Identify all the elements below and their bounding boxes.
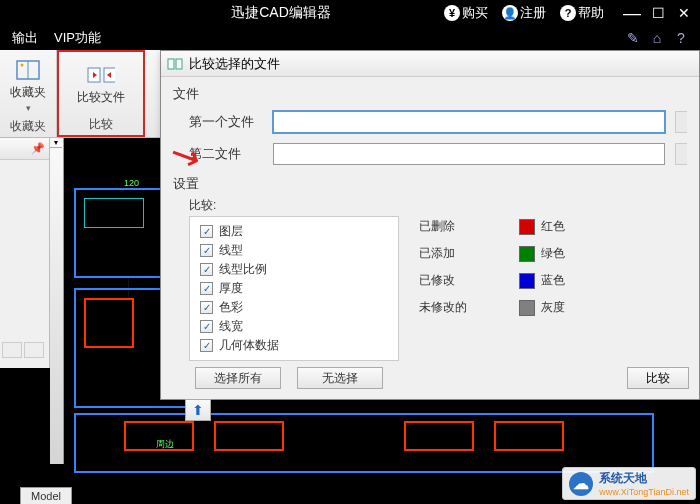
panel-pin[interactable]: 📌: [0, 138, 49, 160]
modified-color-select[interactable]: 蓝色: [519, 272, 565, 289]
panel-tab-2[interactable]: [24, 342, 44, 358]
ribbon-group-compare: 比较文件 比较: [57, 50, 145, 137]
chk-color[interactable]: ✓: [200, 301, 213, 314]
close-button[interactable]: ✕: [672, 3, 696, 23]
menu-output[interactable]: 输出: [4, 27, 46, 49]
deselect-button[interactable]: 无选择: [297, 367, 383, 389]
cad-lbl-3: 周边: [156, 438, 174, 451]
chk-linescale[interactable]: ✓: [200, 263, 213, 276]
compare-group-label: 比较: [89, 114, 113, 133]
yen-icon: ¥: [444, 5, 460, 21]
left-panel: 📌: [0, 138, 50, 368]
chk-linetype[interactable]: ✓: [200, 244, 213, 257]
user-icon: 👤: [502, 5, 518, 21]
unchanged-color-select[interactable]: 灰度: [519, 299, 565, 316]
titlebar: 迅捷CAD编辑器 ¥ 购买 👤 注册 ? 帮助 — ☐ ✕: [0, 0, 700, 26]
added-label: 已添加: [419, 245, 499, 262]
file2-label: 第二文件: [173, 145, 263, 163]
up-folder-button[interactable]: ⬆: [185, 399, 211, 421]
home-icon[interactable]: ⌂: [648, 29, 666, 47]
watermark: ☁ 系统天地 www.XiTongTianDi.net: [562, 467, 696, 500]
favorites-group-label: 收藏夹: [10, 116, 46, 135]
favorites-label: 收藏夹: [10, 84, 46, 101]
dialog-icon: [167, 56, 183, 72]
file1-input[interactable]: [273, 111, 665, 133]
left-ruler: ▾: [50, 138, 64, 464]
chk-thickness[interactable]: ✓: [200, 282, 213, 295]
app-title: 迅捷CAD编辑器: [124, 4, 438, 22]
menubar: 输出 VIP功能 ✎ ⌂ ?: [0, 26, 700, 50]
svg-rect-7: [168, 59, 174, 69]
favorites-icon: [14, 58, 42, 82]
panel-tab-1[interactable]: [2, 342, 22, 358]
svg-rect-8: [176, 59, 182, 69]
chk-geom[interactable]: ✓: [200, 339, 213, 352]
compare-label: 比较文件: [77, 89, 125, 106]
file2-browse-button[interactable]: [675, 143, 687, 165]
modified-label: 已修改: [419, 272, 499, 289]
help-button[interactable]: ? 帮助: [554, 2, 610, 24]
ribbon-group-favorites: 收藏夹 ▾ 收藏夹: [0, 50, 57, 137]
chk-linewidth[interactable]: ✓: [200, 320, 213, 333]
minimize-button[interactable]: —: [620, 3, 644, 23]
file2-input[interactable]: [273, 143, 665, 165]
register-button[interactable]: 👤 注册: [496, 2, 552, 24]
help-label: 帮助: [578, 4, 604, 22]
file1-label: 第一个文件: [173, 113, 263, 131]
deleted-swatch: [519, 219, 535, 235]
watermark-url: www.XiTongTianDi.net: [599, 487, 689, 497]
cad-dim-1: 120: [124, 178, 139, 188]
modified-swatch: [519, 273, 535, 289]
compare-options: ✓图层 ✓线型 ✓线型比例 ✓厚度 ✓色彩 ✓线宽 ✓几何体数据: [189, 216, 399, 361]
added-color-select[interactable]: 绿色: [519, 245, 565, 262]
buy-button[interactable]: ¥ 购买: [438, 2, 494, 24]
favorites-button[interactable]: 收藏夹 ▾: [10, 54, 46, 116]
deleted-label: 已删除: [419, 218, 499, 235]
select-all-button[interactable]: 选择所有: [195, 367, 281, 389]
chk-layer[interactable]: ✓: [200, 225, 213, 238]
dialog-titlebar: 比较选择的文件: [161, 51, 699, 77]
model-tab[interactable]: Model: [20, 487, 72, 504]
watermark-title: 系统天地: [599, 470, 689, 487]
file1-browse-button[interactable]: [675, 111, 687, 133]
compare-dialog: 比较选择的文件 文件 第一个文件 第二文件 设置 比较: ✓图层 ✓线型 ✓线型…: [160, 50, 700, 400]
deleted-color-select[interactable]: 红色: [519, 218, 565, 235]
unchanged-label: 未修改的: [419, 299, 499, 316]
style-icon[interactable]: ✎: [624, 29, 642, 47]
menu-vip[interactable]: VIP功能: [46, 27, 109, 49]
register-label: 注册: [520, 4, 546, 22]
svg-point-2: [21, 63, 24, 66]
maximize-button[interactable]: ☐: [646, 3, 670, 23]
info-icon[interactable]: ?: [672, 29, 690, 47]
buy-label: 购买: [462, 4, 488, 22]
compare-group-label: 比较:: [189, 197, 687, 214]
question-icon: ?: [560, 5, 576, 21]
compare-files-button[interactable]: 比较文件: [77, 54, 125, 114]
file-section-label: 文件: [173, 85, 687, 103]
added-swatch: [519, 246, 535, 262]
settings-label: 设置: [173, 175, 687, 193]
dialog-title: 比较选择的文件: [189, 55, 280, 73]
ruler-dropdown[interactable]: ▾: [50, 138, 62, 148]
compare-button[interactable]: 比较: [627, 367, 689, 389]
watermark-icon: ☁: [569, 472, 593, 496]
unchanged-swatch: [519, 300, 535, 316]
compare-icon: [87, 63, 115, 87]
